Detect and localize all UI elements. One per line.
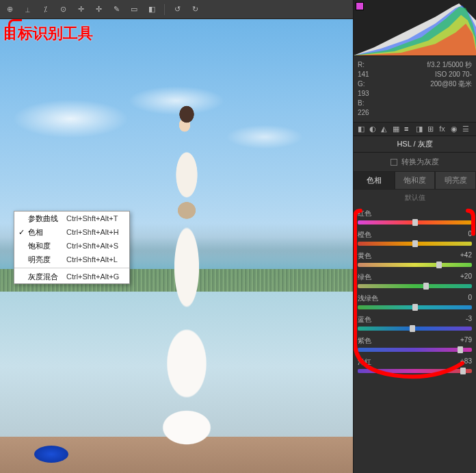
crop-icon[interactable]: ◧ [358, 125, 367, 134]
menu-shortcut: Ctrl+Shft+Alt+H [66, 228, 125, 236]
slider-name: 黄色 [358, 251, 371, 261]
menu-item-4[interactable]: 灰度混合Ctrl+Shft+Alt+G [14, 270, 129, 283]
image-canvas[interactable]: 目标识别工具 参数曲线Ctrl+Shft+Alt+T✓色相Ctrl+Shft+A… [0, 19, 353, 473]
menu-label: 明亮度 [28, 255, 66, 265]
slider-thumb[interactable] [423, 283, 429, 290]
slider-0: 红色 [358, 209, 472, 225]
grayscale-checkbox[interactable]: 转换为灰度 [354, 153, 476, 171]
presets-icon[interactable]: ☰ [462, 125, 472, 134]
slider-name: 蓝色 [358, 315, 371, 324]
slider-name: 洋红 [358, 357, 371, 367]
b-value: 226 [358, 108, 412, 118]
menu-item-0[interactable]: 参数曲线Ctrl+Shft+Alt+T [14, 212, 129, 225]
r-value: 141 [358, 70, 412, 79]
slider-name: 浅绿色 [358, 294, 378, 303]
slider-thumb[interactable] [412, 304, 418, 311]
camera-icon[interactable]: ◉ [451, 125, 460, 134]
menu-item-2[interactable]: 饱和度Ctrl+Shft+Alt+S [14, 239, 129, 253]
context-menu: 参数曲线Ctrl+Shft+Alt+T✓色相Ctrl+Shft+Alt+H饱和度… [14, 211, 130, 284]
slider-thumb[interactable] [436, 261, 442, 268]
slider-name: 橙色 [358, 230, 371, 240]
slider-7: 洋红+83 [358, 357, 472, 373]
curve-icon[interactable]: ◭ [381, 125, 391, 134]
tab-1[interactable]: 饱和度 [395, 171, 436, 190]
menu-shortcut: Ctrl+Shft+Alt+T [66, 214, 125, 222]
slider-track[interactable] [358, 327, 472, 331]
slider-thumb[interactable] [412, 219, 418, 226]
crop-icon[interactable]: ⟂ [22, 4, 33, 15]
hsl-icon[interactable]: ≡ [404, 125, 414, 134]
adjustment-icon-strip: ◧ ◐ ◭ ▦ ≡ ◨ ⊞ fx ◉ ☰ [354, 123, 476, 136]
gradient-icon[interactable]: ◧ [146, 4, 157, 15]
slider-4: 浅绿色0 [358, 294, 472, 309]
slider-value[interactable]: 0 [468, 294, 472, 303]
slider-track[interactable] [358, 284, 472, 288]
histogram[interactable] [354, 0, 476, 56]
slider-name: 紫色 [358, 336, 371, 346]
zoom-icon[interactable]: ⊕ [4, 4, 15, 15]
rotate-ccw-icon[interactable]: ↺ [172, 4, 183, 15]
exif-line1: f/3.2 1/5000 秒 [418, 60, 473, 70]
slider-track[interactable] [358, 263, 472, 267]
tone-icon[interactable]: ◐ [369, 125, 379, 134]
fx-icon[interactable]: fx [439, 125, 449, 134]
subheader: 默认值 [354, 190, 476, 206]
slider-value[interactable]: +42 [460, 251, 472, 261]
slider-thumb[interactable] [412, 240, 418, 247]
eyedropper-icon[interactable]: ⁒ [40, 4, 51, 15]
tab-0[interactable]: 色相 [354, 171, 395, 190]
grayscale-label: 转换为灰度 [401, 157, 439, 167]
lens-icon[interactable]: ⊞ [427, 125, 437, 134]
tab-2[interactable]: 明亮度 [435, 171, 476, 190]
menu-label: 色相 [28, 227, 66, 238]
menu-shortcut: Ctrl+Shft+Alt+G [66, 272, 125, 281]
slider-value[interactable]: +79 [460, 336, 472, 346]
slider-list: 红色橙色0黄色+42绿色+20浅绿色0蓝色-3紫色+79洋红+83 [354, 206, 476, 473]
detail-icon[interactable]: ▦ [393, 125, 402, 134]
slider-track[interactable] [358, 348, 472, 352]
menu-label: 灰度混合 [28, 272, 66, 282]
right-panel: R: 141 G: 193 B: 226 f/3.2 1/5000 秒 ISO … [353, 0, 476, 473]
sample-color-chip [356, 2, 364, 10]
slider-value[interactable]: 0 [468, 230, 472, 240]
check-icon: ✓ [18, 228, 28, 237]
slider-thumb[interactable] [460, 368, 466, 374]
r-label: R: [358, 60, 412, 70]
slider-track[interactable] [358, 305, 472, 309]
slider-6: 紫色+79 [358, 336, 472, 352]
slider-1: 橙色0 [358, 230, 472, 246]
b-label: B: [358, 99, 412, 108]
red-eye-icon[interactable]: ⊙ [57, 4, 68, 15]
menu-item-1[interactable]: ✓色相Ctrl+Shft+Alt+H [14, 225, 129, 239]
slider-name: 红色 [358, 209, 371, 218]
slider-2: 黄色+42 [358, 251, 472, 267]
slider-3: 绿色+20 [358, 272, 472, 288]
rect-icon[interactable]: ▭ [129, 4, 140, 15]
checkbox-icon [391, 159, 397, 166]
slider-5: 蓝色-3 [358, 315, 472, 331]
options-toolbar: ⊕⟂⁒⊙✛✢✎▭◧↺↻ [0, 0, 353, 19]
hsl-tabs: 色相饱和度明亮度 [354, 171, 476, 190]
rotate-cw-icon[interactable]: ↻ [189, 4, 200, 15]
slider-value[interactable]: +83 [460, 357, 472, 367]
exif-line2: ISO 200 70-200@80 毫米 [418, 70, 473, 89]
g-value: 193 [358, 89, 412, 99]
slider-value[interactable]: +20 [460, 272, 472, 282]
g-label: G: [358, 79, 412, 89]
slider-track[interactable] [358, 369, 472, 373]
menu-shortcut: Ctrl+Shft+Alt+S [66, 242, 125, 250]
split-icon[interactable]: ◨ [416, 125, 425, 134]
healing-icon[interactable]: ✢ [93, 4, 104, 15]
menu-item-3[interactable]: 明亮度Ctrl+Shft+Alt+L [14, 253, 129, 266]
brush-icon[interactable]: ✎ [111, 4, 122, 15]
slider-track[interactable] [358, 220, 472, 225]
slider-name: 绿色 [358, 272, 371, 282]
slider-thumb[interactable] [410, 325, 415, 332]
slider-thumb[interactable] [458, 346, 463, 353]
slider-value[interactable]: -3 [466, 315, 472, 324]
menu-label: 饱和度 [28, 241, 66, 251]
target-icon[interactable]: ✛ [75, 4, 86, 15]
menu-label: 参数曲线 [28, 214, 66, 224]
slider-track[interactable] [358, 242, 472, 246]
annotation-label: 目标识别工具 [3, 23, 93, 44]
